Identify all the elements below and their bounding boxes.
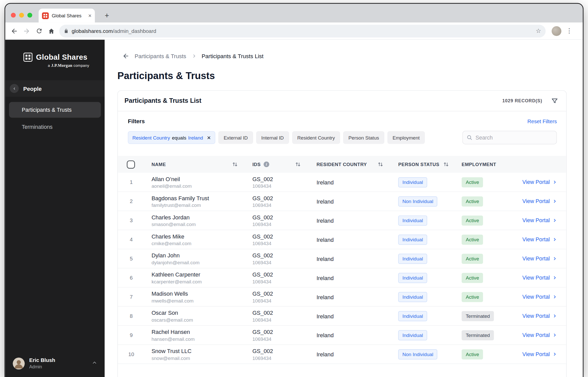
participant-id: GS_002 [252, 194, 273, 202]
chevron-right-icon [553, 199, 557, 204]
traffic-lights [11, 13, 32, 18]
close-tab-icon[interactable]: × [88, 13, 92, 18]
view-portal-label: View Portal [522, 236, 550, 243]
table-row: 6 Kathleen Carpenter kcarpenter@email.co… [118, 268, 566, 287]
row-index: 9 [118, 326, 142, 344]
sidebar-item-participants-trusts[interactable]: Participants & Trusts [9, 102, 101, 118]
participant-id: GS_002 [252, 328, 273, 335]
view-portal-link[interactable]: View Portal [522, 179, 557, 185]
browser-toolbar: globalshares.com/admin_dashboard ☆ ⋮ [5, 22, 583, 40]
sidebar-item-terminations[interactable]: Terminations [9, 119, 101, 135]
participant-email: familytrust@email.com [152, 202, 201, 208]
participant-email: hansen@email.com [152, 336, 195, 342]
row-index: 5 [118, 249, 142, 268]
bookmark-star-icon[interactable]: ☆ [536, 27, 541, 34]
sidebar-user[interactable]: Eric Blush Admin [9, 354, 101, 373]
table-body: 1 Allan O’neil aoneil@email.com GS_002 1… [118, 173, 566, 364]
view-portal-link[interactable]: View Portal [522, 275, 557, 281]
participant-id-number: 1069434 [252, 336, 271, 342]
table-row: 4 Charles Mike cmike@email.com GS_002 10… [118, 230, 566, 249]
chevron-right-icon [553, 237, 557, 242]
browser-tab[interactable]: Global Shares × [39, 9, 95, 22]
window-minimize-button[interactable] [19, 13, 24, 18]
select-all-checkbox[interactable] [127, 160, 135, 168]
participant-id-number: 1069434 [252, 221, 271, 228]
resident-country: Ireland [308, 230, 398, 249]
chevron-right-icon [553, 218, 557, 223]
active-filter-chip[interactable]: Resident Country equals Ireland ✕ [128, 131, 215, 144]
employment-badge: Active [462, 196, 483, 206]
reload-icon[interactable] [33, 25, 45, 37]
resident-country: Ireland [308, 192, 398, 210]
person-status-badge: Non Individual [398, 349, 437, 359]
person-status-badge: Individual [398, 292, 427, 302]
resident-country: Ireland [308, 268, 398, 287]
page-title: Participants & Trusts [117, 70, 583, 82]
view-portal-label: View Portal [522, 275, 550, 281]
sidebar-section-label: People [23, 85, 42, 92]
table-row: 8 Oscar Son oscars@email.com GS_002 1069… [118, 307, 566, 326]
back-icon[interactable] [8, 25, 20, 37]
row-index: 10 [118, 345, 142, 363]
participant-id: GS_002 [252, 252, 273, 259]
filter-chip-employment[interactable]: Employment [387, 131, 425, 144]
view-portal-link[interactable]: View Portal [522, 198, 557, 204]
sort-icon[interactable] [232, 162, 238, 167]
browser-profile-avatar[interactable] [552, 26, 561, 36]
breadcrumb-parent[interactable]: Participants & Trusts [135, 53, 186, 59]
participant-id: GS_002 [252, 290, 273, 297]
sort-icon[interactable] [295, 162, 301, 167]
employment-badge: Active [462, 234, 483, 245]
resident-country: Ireland [308, 249, 398, 268]
participants-table: NAME IDS i RESIDENT [118, 156, 566, 364]
filter-chip-resident-country[interactable]: Resident Country [292, 131, 340, 144]
filter-chip-internal-id[interactable]: Internal ID [256, 131, 289, 144]
user-avatar [13, 357, 25, 369]
view-portal-link[interactable]: View Portal [522, 332, 557, 338]
chevron-right-icon [553, 352, 557, 357]
forward-icon[interactable] [21, 25, 33, 37]
view-portal-label: View Portal [522, 179, 550, 185]
view-portal-link[interactable]: View Portal [522, 217, 557, 223]
view-portal-link[interactable]: View Portal [522, 236, 557, 243]
collapse-back-icon[interactable] [10, 84, 19, 93]
view-portal-link[interactable]: View Portal [522, 294, 557, 300]
tab-strip: Global Shares × + [5, 4, 583, 22]
row-index: 7 [118, 287, 142, 306]
view-portal-link[interactable]: View Portal [522, 351, 557, 357]
col-header-resident-country: RESIDENT COUNTRY [316, 162, 367, 167]
new-tab-button[interactable]: + [102, 10, 112, 20]
sidebar-section-header: People [5, 80, 105, 97]
window-zoom-button[interactable] [27, 13, 32, 18]
view-portal-label: View Portal [522, 198, 550, 204]
view-portal-link[interactable]: View Portal [522, 313, 557, 319]
row-index: 6 [118, 268, 142, 287]
employment-badge: Active [462, 273, 483, 283]
window-close-button[interactable] [11, 13, 16, 18]
person-status-badge: Individual [398, 177, 427, 187]
search-input[interactable] [475, 135, 553, 141]
sort-icon[interactable] [443, 162, 449, 167]
reset-filters-link[interactable]: Reset Filters [528, 118, 557, 124]
person-status-badge: Individual [398, 234, 427, 245]
chevron-up-icon[interactable] [92, 360, 97, 367]
view-portal-link[interactable]: View Portal [522, 256, 557, 262]
employment-badge: Active [462, 349, 483, 359]
breadcrumb-current: Participants & Trusts List [202, 53, 264, 59]
filters-label: Filters [128, 118, 145, 124]
home-icon[interactable] [45, 25, 57, 37]
filter-funnel-icon[interactable] [551, 97, 558, 104]
browser-menu-icon[interactable]: ⋮ [565, 27, 574, 35]
employment-badge: Terminated [462, 330, 494, 340]
person-status-badge: Individual [398, 254, 427, 264]
breadcrumb-back-icon[interactable] [122, 52, 129, 59]
filter-chip-person-status[interactable]: Person Status [343, 131, 384, 144]
remove-filter-icon[interactable]: ✕ [207, 135, 211, 140]
search-icon [467, 135, 473, 141]
info-icon[interactable]: i [264, 161, 269, 167]
address-bar[interactable]: globalshares.com/admin_dashboard ☆ [59, 24, 546, 37]
filter-chip-external-id[interactable]: External ID [218, 131, 253, 144]
brand-logo: Global Shares a J.P.Morgan company [23, 53, 89, 68]
sort-icon[interactable] [378, 162, 383, 167]
app-root: Global Shares a J.P.Morgan company Peopl… [5, 40, 583, 377]
